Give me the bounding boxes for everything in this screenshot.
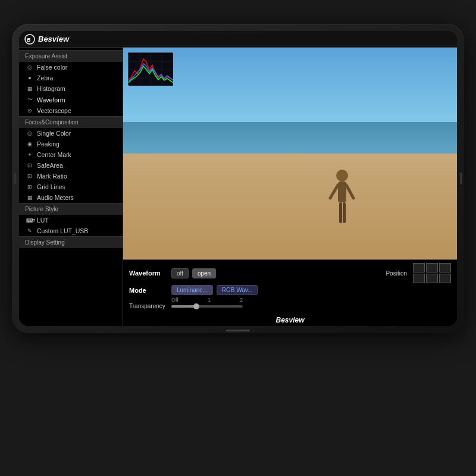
beach-sky xyxy=(123,48,457,132)
photo-background xyxy=(123,48,457,259)
menu-item-grid-lines[interactable]: ⊞ Grid Lines xyxy=(19,181,123,192)
content-area: Waveform off open Position xyxy=(123,48,457,326)
position-label: Position xyxy=(386,270,407,277)
slider-fill xyxy=(171,305,196,308)
pos-cell-1[interactable] xyxy=(413,263,425,273)
waveform-label: Waveform xyxy=(37,96,65,104)
menu-item-vectorscope[interactable]: ⊙ Vectorscope xyxy=(19,105,123,116)
speaker-right xyxy=(460,173,462,184)
menu-panel: Exposure Assist ◎ False color ● Zebra ▦ … xyxy=(19,48,123,326)
beach-sand xyxy=(123,154,457,259)
menu-item-center-mark[interactable]: + Center Mark xyxy=(19,149,123,160)
speaker-left xyxy=(14,173,16,184)
transparency-section: Off 1 2 Transparency xyxy=(129,297,451,309)
mode-rgb-button[interactable]: RGB Wav... xyxy=(217,285,258,295)
false-color-label: False color xyxy=(37,64,67,71)
pos-cell-5[interactable] xyxy=(426,274,438,283)
svg-point-2 xyxy=(336,170,348,181)
menu-item-custom-lut[interactable]: ✎ Custom LUT_USB xyxy=(19,226,123,236)
slider-thumb[interactable] xyxy=(193,303,199,309)
device: B Besview Exposure Assist ◎ False color … xyxy=(12,24,464,333)
screen: B Besview Exposure Assist ◎ False color … xyxy=(19,31,457,326)
waveform-open-button[interactable]: open xyxy=(192,268,216,278)
control-panel: Waveform off open Position xyxy=(123,259,457,313)
safe-area-icon: ⊡ xyxy=(26,162,33,168)
mark-ratio-icon: ⊡ xyxy=(26,173,33,179)
waveform-svg xyxy=(129,53,173,86)
transparency-label: Transparency xyxy=(129,303,168,309)
pos-cell-4[interactable] xyxy=(413,274,425,283)
false-color-icon: ◎ xyxy=(26,64,33,70)
pos-cell-2[interactable] xyxy=(426,263,438,273)
menu-item-single-color[interactable]: ◎ Single Color xyxy=(19,128,123,139)
brand-watermark: Besview xyxy=(275,316,304,324)
audio-meters-icon: ▦ xyxy=(26,195,33,201)
position-grid xyxy=(413,263,451,283)
single-color-label: Single Color xyxy=(37,130,71,137)
vectorscope-label: Vectorscope xyxy=(37,107,71,114)
zebra-icon: ● xyxy=(26,75,33,81)
logo-circle-icon: B xyxy=(24,33,36,45)
grid-lines-label: Grid Lines xyxy=(37,183,65,190)
svg-rect-6 xyxy=(339,202,342,223)
menu-item-audio-meters[interactable]: ▦ Audio Meters xyxy=(19,192,123,203)
lut-label: LUT xyxy=(37,217,49,224)
vectorscope-icon: ⊙ xyxy=(26,108,33,114)
peaking-label: Peaking xyxy=(37,140,60,148)
menu-item-lut[interactable]: LUT LUT xyxy=(19,215,123,226)
slider-labels: Off 1 2 xyxy=(171,297,243,303)
menu-item-waveform[interactable]: 〜 Waveform xyxy=(19,94,123,105)
main-content: Exposure Assist ◎ False color ● Zebra ▦ … xyxy=(19,48,457,326)
menu-item-histogram[interactable]: ▦ Histogram xyxy=(19,83,123,94)
menu-item-peaking[interactable]: ◉ Peaking xyxy=(19,139,123,149)
svg-rect-7 xyxy=(343,202,346,223)
custom-lut-label: Custom LUT_USB xyxy=(37,227,88,234)
lut-icon: LUT xyxy=(26,218,33,223)
svg-text:B: B xyxy=(27,37,31,43)
svg-line-4 xyxy=(330,185,338,198)
mark-ratio-label: Mark Ratio xyxy=(37,173,67,180)
mode-luminance-button[interactable]: Luminanc... xyxy=(171,285,213,295)
pos-cell-6[interactable] xyxy=(439,274,451,283)
peaking-icon: ◉ xyxy=(26,141,33,147)
slider-label-off: Off xyxy=(171,297,178,303)
section-focus-composition: Focus&Composition xyxy=(19,116,123,128)
waveform-control-label: Waveform xyxy=(129,270,168,277)
section-display-setting: Display Setting xyxy=(19,236,123,248)
grid-lines-icon: ⊞ xyxy=(26,184,33,190)
waveform-control-row: Waveform off open Position xyxy=(129,263,451,283)
audio-meters-label: Audio Meters xyxy=(37,194,74,201)
single-color-icon: ◎ xyxy=(26,130,33,136)
slider-label-2: 2 xyxy=(240,297,243,303)
custom-lut-icon: ✎ xyxy=(26,228,33,234)
beach-person-svg xyxy=(327,168,357,228)
section-picture-style: Picture Style xyxy=(19,203,123,215)
brand-bar: Besview xyxy=(123,313,457,326)
transparency-row: Transparency xyxy=(129,303,451,309)
menu-item-false-color[interactable]: ◎ False color xyxy=(19,62,123,73)
menu-item-safe-area[interactable]: ⊡ SafeArea xyxy=(19,160,123,171)
waveform-small-display xyxy=(128,52,173,85)
safe-area-label: SafeArea xyxy=(37,162,63,169)
center-mark-icon: + xyxy=(26,152,33,158)
waveform-icon: 〜 xyxy=(26,96,33,104)
histogram-icon: ▦ xyxy=(26,86,33,92)
mode-control-label: Mode xyxy=(129,287,168,294)
center-mark-label: Center Mark xyxy=(37,151,71,158)
logo-area: B Besview xyxy=(24,33,69,45)
top-bar: B Besview xyxy=(19,31,457,48)
waveform-off-button[interactable]: off xyxy=(171,268,189,278)
svg-line-5 xyxy=(346,185,353,198)
slider-label-1: 1 xyxy=(208,297,211,303)
home-indicator xyxy=(226,330,250,331)
logo-text: Besview xyxy=(38,35,69,43)
pos-cell-3[interactable] xyxy=(439,263,451,273)
transparency-slider[interactable] xyxy=(171,305,243,308)
menu-item-mark-ratio[interactable]: ⊡ Mark Ratio xyxy=(19,171,123,181)
menu-item-zebra[interactable]: ● Zebra xyxy=(19,73,123,83)
section-exposure-assist: Exposure Assist xyxy=(19,50,123,62)
histogram-label: Histogram xyxy=(37,85,65,92)
zebra-label: Zebra xyxy=(37,74,53,82)
mode-control-row: Mode Luminanc... RGB Wav... xyxy=(129,285,451,295)
